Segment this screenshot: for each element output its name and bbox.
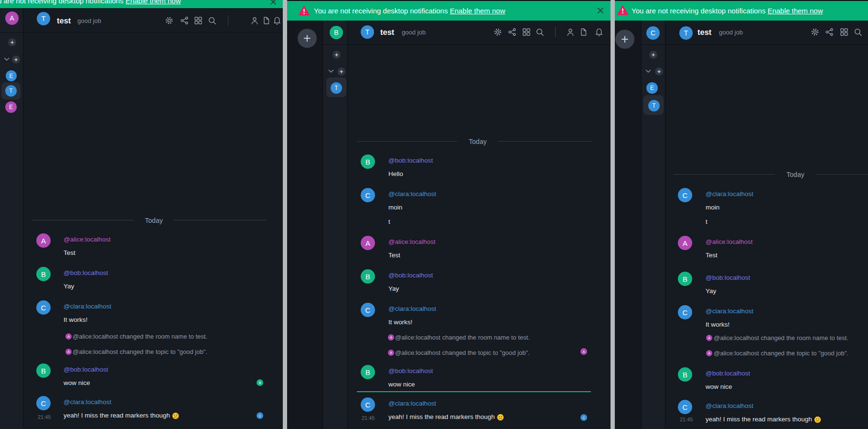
add-to-section-button[interactable]: + bbox=[337, 67, 345, 76]
enable-notifications-link[interactable]: Enable them now bbox=[450, 7, 505, 15]
search-icon[interactable] bbox=[535, 27, 545, 37]
message-avatar[interactable]: A bbox=[361, 236, 375, 250]
settings-icon[interactable] bbox=[810, 27, 820, 37]
message-text: It works! bbox=[706, 321, 729, 329]
message-avatar[interactable]: C bbox=[36, 396, 51, 410]
message-line: Hello bbox=[388, 170, 403, 178]
message-avatar[interactable]: C bbox=[678, 188, 692, 202]
chevron-down-icon[interactable] bbox=[645, 69, 651, 73]
sidebar-room-item-selected[interactable]: T bbox=[331, 82, 342, 94]
sender-name[interactable]: @bob:localhost bbox=[706, 370, 750, 377]
files-icon[interactable] bbox=[261, 16, 271, 25]
message-avatar[interactable]: C bbox=[361, 188, 375, 202]
system-event-avatar: A bbox=[706, 350, 712, 356]
notifications-icon[interactable] bbox=[272, 16, 282, 25]
sender-name[interactable]: @clara:localhost bbox=[64, 303, 111, 310]
sender-name[interactable]: @alice:localhost bbox=[64, 236, 111, 243]
message-avatar[interactable]: B bbox=[361, 154, 375, 169]
message-avatar[interactable]: C bbox=[361, 303, 375, 317]
files-icon[interactable] bbox=[579, 27, 588, 37]
sender-name[interactable]: @bob:localhost bbox=[388, 367, 433, 375]
notifications-icon[interactable] bbox=[594, 27, 604, 37]
add-to-section-button[interactable]: + bbox=[655, 67, 663, 76]
sender-name[interactable]: @bob:localhost bbox=[706, 274, 750, 282]
sender-name[interactable]: @alice:localhost bbox=[706, 238, 753, 246]
add-room-button[interactable]: + bbox=[649, 51, 657, 59]
sender-name[interactable]: @clara:localhost bbox=[388, 400, 436, 407]
sender-name[interactable]: @clara:localhost bbox=[64, 398, 111, 406]
room-avatar[interactable]: T bbox=[361, 25, 374, 39]
add-to-section-button[interactable]: + bbox=[12, 55, 20, 64]
message-avatar[interactable]: C bbox=[361, 397, 375, 412]
window-bob-panel bbox=[348, 21, 611, 429]
share-icon[interactable] bbox=[180, 16, 189, 25]
confused-emoji-icon bbox=[497, 414, 504, 421]
message-avatar[interactable]: B bbox=[361, 365, 375, 379]
banner-text: You are not receiving desktop notificati… bbox=[314, 7, 505, 15]
add-room-button[interactable]: + bbox=[332, 51, 341, 59]
column-divider bbox=[665, 21, 665, 429]
sidebar-room-item[interactable]: E bbox=[5, 101, 17, 113]
user-avatar[interactable]: A bbox=[5, 11, 19, 25]
message-avatar[interactable]: B bbox=[678, 272, 692, 286]
sidebar-room-item-selected[interactable]: T bbox=[5, 85, 17, 97]
avatar-letter: C bbox=[582, 416, 585, 419]
sender-name[interactable]: @bob:localhost bbox=[64, 366, 108, 374]
sender-name[interactable]: @bob:localhost bbox=[388, 157, 433, 165]
settings-icon[interactable] bbox=[164, 16, 174, 25]
chevron-down-icon[interactable] bbox=[4, 57, 10, 61]
message-avatar[interactable]: B bbox=[678, 367, 692, 382]
avatar-letter: A bbox=[365, 239, 370, 247]
message-avatar[interactable]: B bbox=[36, 363, 51, 378]
message-line: wow nice bbox=[706, 383, 732, 391]
avatar-letter: A bbox=[67, 350, 70, 353]
add-room-button[interactable]: + bbox=[8, 38, 16, 46]
sender-name[interactable]: @clara:localhost bbox=[388, 190, 436, 198]
widgets-icon[interactable] bbox=[193, 16, 203, 25]
message-text: moin bbox=[388, 204, 402, 211]
sender-name[interactable]: @clara:localhost bbox=[706, 308, 753, 315]
sidebar-room-item[interactable]: E bbox=[646, 82, 658, 94]
avatar-letter: T bbox=[365, 28, 370, 36]
room-avatar[interactable]: T bbox=[679, 26, 693, 40]
close-icon[interactable] bbox=[268, 0, 278, 7]
sidebar-room-item[interactable]: E bbox=[6, 70, 17, 81]
enable-notifications-link[interactable]: Enable them now bbox=[126, 0, 181, 5]
avatar-letter: B bbox=[41, 270, 46, 278]
message-avatar[interactable]: A bbox=[678, 236, 692, 250]
message-avatar[interactable]: C bbox=[36, 300, 51, 315]
enable-notifications-link[interactable]: Enable them now bbox=[768, 7, 823, 15]
create-space-button[interactable]: + bbox=[615, 30, 634, 49]
create-space-button[interactable]: + bbox=[298, 29, 317, 48]
sender-name[interactable]: @clara:localhost bbox=[706, 402, 753, 410]
user-avatar[interactable]: C bbox=[646, 26, 660, 40]
widgets-icon[interactable] bbox=[839, 27, 849, 37]
people-icon[interactable] bbox=[566, 27, 575, 37]
sidebar-room-item-selected[interactable]: T bbox=[648, 100, 660, 111]
user-avatar[interactable]: B bbox=[330, 26, 343, 39]
system-event-text: @alice:localhost changed the room name t… bbox=[73, 333, 207, 340]
people-icon[interactable] bbox=[250, 16, 259, 25]
search-icon[interactable] bbox=[207, 16, 217, 25]
chevron-down-icon[interactable] bbox=[328, 69, 334, 73]
sender-name[interactable]: @bob:localhost bbox=[64, 269, 108, 277]
avatar-letter: E bbox=[9, 104, 13, 110]
message-avatar[interactable]: B bbox=[36, 267, 51, 281]
message-avatar[interactable]: A bbox=[36, 233, 51, 248]
date-separator: Today bbox=[139, 217, 168, 224]
room-avatar[interactable]: T bbox=[37, 12, 50, 25]
message-avatar[interactable]: B bbox=[361, 269, 375, 284]
share-icon[interactable] bbox=[825, 27, 834, 37]
sender-name[interactable]: @clara:localhost bbox=[706, 190, 753, 198]
share-icon[interactable] bbox=[507, 27, 517, 37]
sender-name[interactable]: @alice:localhost bbox=[388, 238, 436, 246]
message-avatar[interactable]: C bbox=[678, 305, 692, 319]
message-avatar[interactable]: C bbox=[678, 400, 692, 414]
search-icon[interactable] bbox=[853, 27, 863, 37]
settings-icon[interactable] bbox=[493, 27, 503, 37]
sender-name[interactable]: @bob:localhost bbox=[388, 272, 433, 279]
widgets-icon[interactable] bbox=[522, 27, 531, 37]
close-icon[interactable] bbox=[596, 6, 605, 15]
avatar-letter: A bbox=[41, 237, 46, 245]
sender-name[interactable]: @clara:localhost bbox=[388, 305, 436, 313]
